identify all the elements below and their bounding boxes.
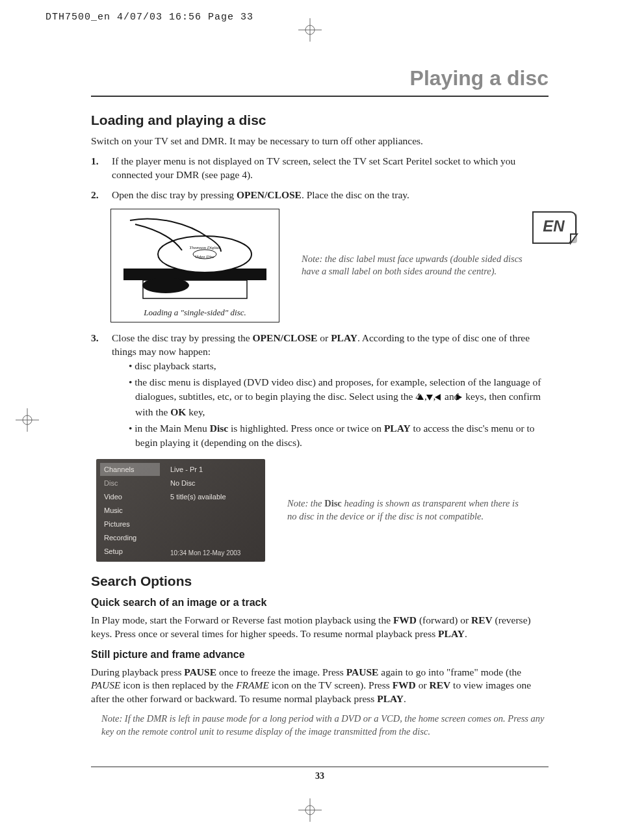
registration-mark-bottom-icon bbox=[298, 798, 322, 822]
svg-point-14 bbox=[142, 278, 189, 293]
intro-paragraph: Switch on your TV set and DMR. It may be… bbox=[91, 135, 549, 148]
svg-marker-17 bbox=[435, 394, 441, 400]
figure-disc-loading: Thomson Digital Video Disc Loading a "si… bbox=[110, 209, 279, 322]
arrow-right-icon bbox=[461, 391, 463, 405]
step-3-number: 3. bbox=[91, 332, 103, 453]
step-3: 3. Close the disc tray by pressing the O… bbox=[91, 332, 549, 453]
svg-marker-18 bbox=[456, 394, 462, 400]
figure-caption: Loading a "single-sided" disc. bbox=[144, 308, 246, 318]
menu-item-disc: Disc bbox=[100, 477, 160, 490]
bullet-disc-menu: the disc menu is displayed (DVD video di… bbox=[129, 375, 549, 419]
subheading-quick-search: Quick search of an image or a track bbox=[91, 597, 549, 609]
menu-status-nodisc: No Disc bbox=[166, 477, 261, 490]
menu-item-music: Music bbox=[100, 504, 160, 517]
step-2-number: 2. bbox=[91, 189, 103, 202]
note-disc-label: Note: the disc label must face upwards (… bbox=[302, 253, 536, 278]
arrow-left-icon bbox=[441, 391, 442, 405]
menu-item-pictures: Pictures bbox=[100, 518, 160, 531]
bullet-main-menu: in the Main Menu Disc is highlighted. Pr… bbox=[129, 421, 549, 449]
step-2-text: Open the disc tray by pressing OPEN/CLOS… bbox=[112, 189, 549, 202]
arrow-down-icon bbox=[432, 391, 433, 405]
arrow-up-icon bbox=[423, 391, 424, 405]
fig-disc-text2: Video Disc bbox=[195, 254, 215, 259]
step-3-text: Close the disc tray by pressing the OPEN… bbox=[112, 332, 549, 453]
bullet-playback-starts: disc playback starts, bbox=[129, 359, 549, 373]
step-2: 2. Open the disc tray by pressing OPEN/C… bbox=[91, 189, 549, 202]
page-number: 33 bbox=[91, 767, 549, 781]
svg-marker-15 bbox=[417, 394, 424, 400]
subheading-still-picture: Still picture and frame advance bbox=[91, 649, 549, 661]
menu-status-live: Live - Pr 1 bbox=[166, 463, 261, 476]
para-still-picture: During playback press PAUSE once to free… bbox=[91, 666, 549, 707]
para-quick-search: In Play mode, start the Forward or Rever… bbox=[91, 614, 549, 641]
step-1-number: 1. bbox=[91, 155, 103, 182]
disc-tray-illustration-icon: Thomson Digital Video Disc bbox=[115, 213, 275, 308]
page-content: Playing a disc Loading and playing a dis… bbox=[91, 64, 549, 781]
menu-status-titles: 5 title(s) available bbox=[166, 490, 261, 503]
note-pause-mode: Note: If the DMR is left in pause mode f… bbox=[91, 713, 549, 738]
page-title: Playing a disc bbox=[91, 64, 549, 97]
section-heading-search: Search Options bbox=[91, 573, 549, 589]
step-1-text: If the player menu is not displayed on T… bbox=[112, 155, 549, 182]
step-1: 1. If the player menu is not displayed o… bbox=[91, 155, 549, 182]
note-disc-heading: Note: the Disc heading is shown as trans… bbox=[287, 497, 521, 523]
fig-disc-text1: Thomson Digital bbox=[189, 245, 220, 250]
print-header: DTH7500_en 4/07/03 16:56 Page 33 bbox=[45, 12, 253, 23]
registration-mark-top-icon bbox=[298, 18, 322, 42]
menu-screenshot: Channels Disc Video Music Pictures Recor… bbox=[96, 459, 265, 562]
registration-mark-left-icon bbox=[16, 408, 39, 432]
menu-item-channels: Channels bbox=[100, 463, 160, 476]
section-heading-loading: Loading and playing a disc bbox=[91, 112, 549, 128]
menu-item-recording: Recording bbox=[100, 531, 160, 544]
menu-item-video: Video bbox=[100, 490, 160, 503]
menu-timestamp: 10:34 Mon 12-May 2003 bbox=[166, 548, 261, 558]
svg-marker-16 bbox=[426, 395, 433, 400]
menu-item-setup: Setup bbox=[100, 545, 160, 558]
